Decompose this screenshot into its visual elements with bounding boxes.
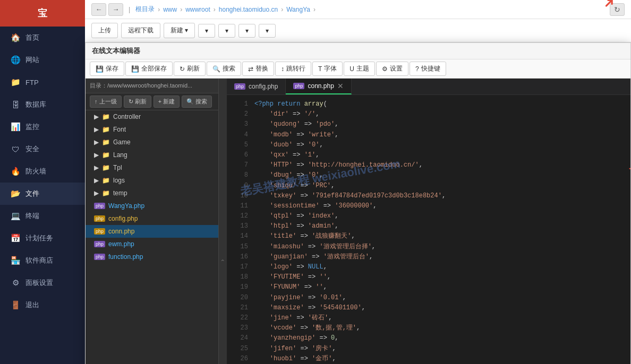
tree-item-temp[interactable]: ▶ 📁 temp [86,187,218,200]
code-tabs: php config.php php conn.php ✕ [227,79,630,95]
tree-new-button[interactable]: + 新建 [154,96,180,108]
theme-button[interactable]: U 主题 [344,62,375,76]
panel-settings-icon: ⚙ [11,278,20,288]
new-button[interactable]: 新建 ▾ [164,23,195,38]
code-line: 10 'txkey' => '791ef84784d7ed0197c3d0b3c… [227,191,630,201]
files-icon: 📂 [11,189,20,198]
upload-button[interactable]: 上传 [91,23,118,38]
tree-folder-icon: ▶ [94,164,99,171]
sidebar-item-panel-settings[interactable]: ⚙ 面板设置 [0,272,85,294]
code-line: 3 'qudong' => 'pdo', [227,119,630,129]
goto-line-button[interactable]: ↕ 跳转行 [275,62,311,76]
tree-search-button[interactable]: 🔍 搜索 [182,96,212,108]
tree-folder-icon: ▶ [94,177,99,184]
tree-item-font[interactable]: ▶ 📁 Font [86,123,218,136]
code-line: 20 'payjine' => '0.01', [227,293,630,303]
monitor-icon: 📊 [11,122,20,132]
tree-item-config[interactable]: php config.php [86,212,218,225]
code-line: 22 'jine' => '砖石', [227,313,630,323]
remote-download-button[interactable]: 远程下载 [121,23,160,38]
fm-body: 文件名 📁Controller 📁Font 📁Game 📁Lang [85,42,631,364]
code-line: 16 'guanjian' => '游戏管理后台', [227,252,630,262]
sidebar-item-monitor[interactable]: 📊 监控 [0,116,85,138]
code-line: 14 'title' => '战狼赚翻天', [227,231,630,241]
sidebar-item-files[interactable]: 📂 文件 [0,183,85,205]
tree-up-button[interactable]: ↑ 上一级 [90,96,122,108]
fm-toolbar: 上传 远程下载 新建 ▾ ▾ ▾ ▾ ▾ [85,19,631,42]
website-icon: 🌐 [11,55,20,65]
fm-btn-5[interactable]: ▾ [218,24,235,38]
search-button[interactable]: 🔍 搜索 [207,62,241,76]
sidebar-item-firewall[interactable]: 🔥 防火墙 [0,160,85,183]
forward-button[interactable]: → [108,3,123,16]
save-button[interactable]: 💾 保存 [90,62,124,76]
code-line: 8 'dbug' => '0', [227,170,630,180]
code-line: 18 'FYUTIME' => '', [227,272,630,282]
back-button[interactable]: ← [91,3,106,16]
tree-items: ▶ 📁 Controller ▶ 📁 Font ▶ [86,110,218,364]
sidebar-item-terminal[interactable]: 💻 终端 [0,205,85,227]
code-line: 23 'vcode' => '数,据,管,理', [227,323,630,333]
settings-button[interactable]: ⚙ 设置 [376,62,408,76]
replace-button[interactable]: ⇄ 替换 [242,62,274,76]
code-line: 9 'shiqu' => 'PRC', [227,181,630,191]
font-button[interactable]: T 字体 [312,62,343,76]
code-line: 17 'logo' => NULL, [227,262,630,272]
fm-btn-6[interactable]: ▾ [238,24,255,38]
breadcrumb-refresh-button[interactable]: ↻ [610,3,625,16]
breadcrumb-domain[interactable]: honghei.taomiduo.cn [219,6,278,13]
refresh-button[interactable]: ↻ 刷新 [174,62,206,76]
file-tree-path: 目录：/www/wwwroot/honghei.taomid... [86,79,218,93]
breadcrumb-www[interactable]: www [163,6,177,13]
collapse-tree-button[interactable]: ‹ [218,79,227,364]
editor-body: 目录：/www/wwwroot/honghei.taomid... ↑ 上一级 … [86,79,630,364]
tree-item-ewm[interactable]: php ewm.php [86,238,218,250]
sidebar-item-security[interactable]: 🛡 安全 [0,138,85,160]
code-line: 11 'sessiontime' => '36000000', [227,201,630,211]
code-panel: php config.php php conn.php ✕ 1<?php ret… [227,79,630,364]
fm-btn-4[interactable]: ▾ [198,24,215,38]
sidebar-item-store[interactable]: 🏪 软件商店 [0,249,85,272]
tree-item-wangya[interactable]: php WangYa.php [86,200,218,212]
sidebar-item-website[interactable]: 🌐 网站 [0,49,85,71]
breadcrumb-bar: ← → | 根目录 › www › wwwroot › honghei.taom… [85,0,631,19]
code-line: 24 'yanzhengip' => 0, [227,333,630,343]
sidebar-item-logout[interactable]: 🚪 退出 [0,294,85,316]
tree-item-game[interactable]: ▶ 📁 Game [86,136,218,149]
fm-btn-7[interactable]: ▾ [259,24,276,38]
shortcuts-button[interactable]: ? 快捷键 [410,62,446,76]
code-line: 25 'jifen' => '房卡', [227,344,630,354]
tab-close-icon[interactable]: ✕ [337,82,344,90]
tree-refresh-button[interactable]: ↻ 刷新 [124,96,151,108]
editor-overlay: 在线文本编辑器 💾 保存 💾 全部保存 ↻ 刷新 🔍 搜索 ⇄ 替换 ↕ 跳转行… [85,42,631,364]
code-line: 21 'maxsize' => '545401100', [227,303,630,313]
code-line: 1<?php return array( [227,99,630,109]
tree-item-tpl[interactable]: ▶ 📁 Tpl [86,161,218,174]
tree-item-controller[interactable]: ▶ 📁 Controller [86,110,218,123]
crontab-icon: 📅 [11,233,20,243]
tree-folder-icon: ▶ [94,189,99,197]
tab-conn[interactable]: php conn.php ✕ [286,79,351,94]
code-line: 4 'modb' => 'write', [227,130,630,140]
tree-item-logs[interactable]: ▶ 📁 logs [86,174,218,187]
home-icon: 🏠 [11,33,20,42]
sidebar-item-ftp[interactable]: 📁 FTP [0,71,85,93]
code-content[interactable]: 1<?php return array( 2 'dir' => '/', 3 '… [227,95,630,364]
tree-folder-icon: ▶ [94,151,99,159]
tree-item-lang[interactable]: ▶ 📁 Lang [86,149,218,161]
sidebar-item-home[interactable]: 🏠 首页 [0,27,85,49]
file-tree-toolbar: ↑ 上一级 ↻ 刷新 + 新建 🔍 搜索 [86,93,218,110]
file-tree-panel: 目录：/www/wwwroot/honghei.taomid... ↑ 上一级 … [86,79,218,364]
sidebar-item-db[interactable]: 🗄 数据库 [0,93,85,116]
tree-folder-icon: ▶ [94,126,99,133]
sidebar-item-crontab[interactable]: 📅 计划任务 [0,227,85,249]
tree-folder-icon: ▶ [94,138,99,146]
tab-config[interactable]: php config.php [227,79,286,94]
breadcrumb-root[interactable]: 根目录 [135,5,155,14]
main-content: ← → | 根目录 › www › wwwroot › honghei.taom… [85,0,631,364]
save-all-button[interactable]: 💾 全部保存 [125,62,173,76]
breadcrumb-wangya[interactable]: WangYa [286,6,310,13]
tree-item-conn[interactable]: php conn.php ➜ [86,225,218,238]
tree-item-function[interactable]: php function.php [86,250,218,263]
breadcrumb-wwwroot[interactable]: wwwroot [185,6,210,13]
